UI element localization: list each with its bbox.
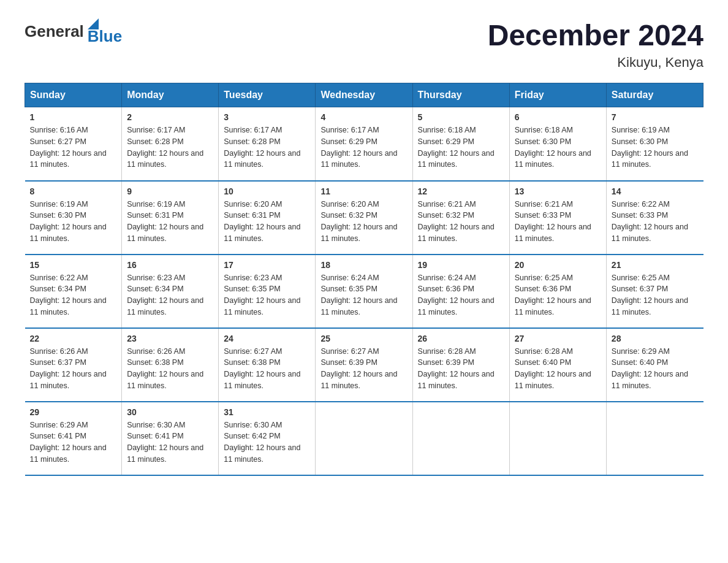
day-info: Sunrise: 6:22 AMSunset: 6:33 PMDaylight:… (612, 200, 688, 243)
day-info: Sunrise: 6:21 AMSunset: 6:32 PMDaylight:… (418, 200, 495, 243)
day-number: 25 (320, 334, 407, 343)
calendar-day-cell: 30 Sunrise: 6:30 AMSunset: 6:41 PMDaylig… (122, 402, 219, 475)
day-info: Sunrise: 6:29 AMSunset: 6:41 PMDaylight:… (30, 421, 107, 464)
day-number: 7 (612, 112, 699, 122)
day-info: Sunrise: 6:17 AMSunset: 6:28 PMDaylight:… (127, 126, 203, 169)
day-info: Sunrise: 6:25 AMSunset: 6:37 PMDaylight:… (612, 274, 688, 316)
day-info: Sunrise: 6:19 AMSunset: 6:31 PMDaylight:… (127, 200, 203, 243)
calendar-week-row: 1 Sunrise: 6:16 AMSunset: 6:27 PMDayligh… (25, 107, 703, 181)
day-info: Sunrise: 6:30 AMSunset: 6:41 PMDaylight:… (127, 421, 203, 464)
weekday-header-thursday: Thursday (412, 83, 509, 107)
day-info: Sunrise: 6:16 AMSunset: 6:27 PMDaylight:… (30, 126, 107, 169)
calendar-day-cell: 7 Sunrise: 6:19 AMSunset: 6:30 PMDayligh… (606, 107, 703, 181)
day-number: 11 (320, 186, 407, 196)
calendar-week-row: 8 Sunrise: 6:19 AMSunset: 6:30 PMDayligh… (25, 181, 703, 255)
calendar-subtitle: Kikuyu, Kenya (488, 55, 703, 71)
calendar-day-cell: 31 Sunrise: 6:30 AMSunset: 6:42 PMDaylig… (219, 402, 316, 475)
day-info: Sunrise: 6:20 AMSunset: 6:31 PMDaylight:… (224, 200, 300, 243)
day-number: 18 (320, 260, 407, 270)
calendar-day-cell: 1 Sunrise: 6:16 AMSunset: 6:27 PMDayligh… (25, 107, 122, 181)
day-info: Sunrise: 6:24 AMSunset: 6:35 PMDaylight:… (320, 274, 397, 316)
calendar-table: SundayMondayTuesdayWednesdayThursdayFrid… (25, 83, 703, 476)
logo-blue: Blue (88, 28, 122, 44)
day-number: 30 (127, 407, 213, 417)
day-info: Sunrise: 6:19 AMSunset: 6:30 PMDaylight:… (30, 200, 107, 243)
calendar-day-cell: 2 Sunrise: 6:17 AMSunset: 6:28 PMDayligh… (122, 107, 219, 181)
day-number: 5 (418, 112, 504, 122)
calendar-week-row: 22 Sunrise: 6:26 AMSunset: 6:37 PMDaylig… (25, 328, 703, 402)
calendar-day-cell (316, 402, 412, 475)
day-number: 14 (612, 186, 699, 196)
weekday-header-monday: Monday (122, 83, 219, 107)
calendar-day-cell: 21 Sunrise: 6:25 AMSunset: 6:37 PMDaylig… (606, 255, 703, 328)
calendar-day-cell: 26 Sunrise: 6:28 AMSunset: 6:39 PMDaylig… (412, 328, 509, 402)
weekday-header-sunday: Sunday (25, 83, 122, 107)
day-info: Sunrise: 6:25 AMSunset: 6:36 PMDaylight:… (515, 274, 591, 316)
calendar-day-cell (606, 402, 703, 475)
day-info: Sunrise: 6:21 AMSunset: 6:33 PMDaylight:… (515, 200, 591, 243)
calendar-day-cell: 25 Sunrise: 6:27 AMSunset: 6:39 PMDaylig… (316, 328, 412, 402)
calendar-day-cell: 29 Sunrise: 6:29 AMSunset: 6:41 PMDaylig… (25, 402, 122, 475)
calendar-day-cell: 28 Sunrise: 6:29 AMSunset: 6:40 PMDaylig… (606, 328, 703, 402)
weekday-header-friday: Friday (509, 83, 606, 107)
calendar-day-cell: 17 Sunrise: 6:23 AMSunset: 6:35 PMDaylig… (219, 255, 316, 328)
day-number: 23 (127, 334, 213, 343)
calendar-day-cell: 15 Sunrise: 6:22 AMSunset: 6:34 PMDaylig… (25, 255, 122, 328)
weekday-header-wednesday: Wednesday (316, 83, 412, 107)
day-number: 22 (30, 334, 117, 343)
day-info: Sunrise: 6:23 AMSunset: 6:34 PMDaylight:… (127, 274, 203, 316)
day-number: 3 (224, 112, 310, 122)
calendar-day-cell: 11 Sunrise: 6:20 AMSunset: 6:32 PMDaylig… (316, 181, 412, 255)
day-info: Sunrise: 6:26 AMSunset: 6:38 PMDaylight:… (127, 347, 203, 390)
day-number: 16 (127, 260, 213, 270)
day-number: 1 (30, 112, 117, 122)
day-number: 26 (418, 334, 504, 343)
calendar-day-cell: 18 Sunrise: 6:24 AMSunset: 6:35 PMDaylig… (316, 255, 412, 328)
day-info: Sunrise: 6:17 AMSunset: 6:28 PMDaylight:… (224, 126, 300, 169)
day-info: Sunrise: 6:27 AMSunset: 6:39 PMDaylight:… (320, 347, 397, 390)
calendar-day-cell: 24 Sunrise: 6:27 AMSunset: 6:38 PMDaylig… (219, 328, 316, 402)
weekday-header-tuesday: Tuesday (219, 83, 316, 107)
calendar-day-cell: 14 Sunrise: 6:22 AMSunset: 6:33 PMDaylig… (606, 181, 703, 255)
day-number: 31 (224, 407, 310, 417)
day-number: 6 (515, 112, 601, 122)
day-info: Sunrise: 6:30 AMSunset: 6:42 PMDaylight:… (224, 421, 300, 464)
calendar-day-cell: 23 Sunrise: 6:26 AMSunset: 6:38 PMDaylig… (122, 328, 219, 402)
day-info: Sunrise: 6:23 AMSunset: 6:35 PMDaylight:… (224, 274, 300, 316)
calendar-day-cell: 12 Sunrise: 6:21 AMSunset: 6:32 PMDaylig… (412, 181, 509, 255)
day-info: Sunrise: 6:28 AMSunset: 6:40 PMDaylight:… (515, 347, 591, 390)
calendar-day-cell (509, 402, 606, 475)
day-number: 17 (224, 260, 310, 270)
day-number: 10 (224, 186, 310, 196)
day-info: Sunrise: 6:28 AMSunset: 6:39 PMDaylight:… (418, 347, 495, 390)
day-number: 19 (418, 260, 504, 270)
calendar-week-row: 29 Sunrise: 6:29 AMSunset: 6:41 PMDaylig… (25, 402, 703, 475)
day-info: Sunrise: 6:20 AMSunset: 6:32 PMDaylight:… (320, 200, 397, 243)
day-info: Sunrise: 6:29 AMSunset: 6:40 PMDaylight:… (612, 347, 688, 390)
title-section: December 2024 Kikuyu, Kenya (488, 18, 703, 71)
day-number: 24 (224, 334, 310, 343)
day-number: 4 (320, 112, 407, 122)
calendar-day-cell: 22 Sunrise: 6:26 AMSunset: 6:37 PMDaylig… (25, 328, 122, 402)
calendar-day-cell: 8 Sunrise: 6:19 AMSunset: 6:30 PMDayligh… (25, 181, 122, 255)
day-info: Sunrise: 6:18 AMSunset: 6:30 PMDaylight:… (515, 126, 591, 169)
calendar-day-cell: 20 Sunrise: 6:25 AMSunset: 6:36 PMDaylig… (509, 255, 606, 328)
day-number: 8 (30, 186, 117, 196)
day-number: 29 (30, 407, 117, 417)
calendar-week-row: 15 Sunrise: 6:22 AMSunset: 6:34 PMDaylig… (25, 255, 703, 328)
page-header: General Blue December 2024 Kikuyu, Kenya (25, 18, 703, 71)
calendar-day-cell: 9 Sunrise: 6:19 AMSunset: 6:31 PMDayligh… (122, 181, 219, 255)
day-number: 20 (515, 260, 601, 270)
weekday-header-saturday: Saturday (606, 83, 703, 107)
calendar-day-cell: 6 Sunrise: 6:18 AMSunset: 6:30 PMDayligh… (509, 107, 606, 181)
day-info: Sunrise: 6:26 AMSunset: 6:37 PMDaylight:… (30, 347, 107, 390)
day-info: Sunrise: 6:19 AMSunset: 6:30 PMDaylight:… (612, 126, 688, 169)
day-number: 21 (612, 260, 699, 270)
calendar-day-cell: 19 Sunrise: 6:24 AMSunset: 6:36 PMDaylig… (412, 255, 509, 328)
logo: General Blue (25, 18, 122, 44)
day-number: 12 (418, 186, 504, 196)
calendar-day-cell: 3 Sunrise: 6:17 AMSunset: 6:28 PMDayligh… (219, 107, 316, 181)
day-number: 28 (612, 334, 699, 343)
day-number: 9 (127, 186, 213, 196)
day-number: 27 (515, 334, 601, 343)
